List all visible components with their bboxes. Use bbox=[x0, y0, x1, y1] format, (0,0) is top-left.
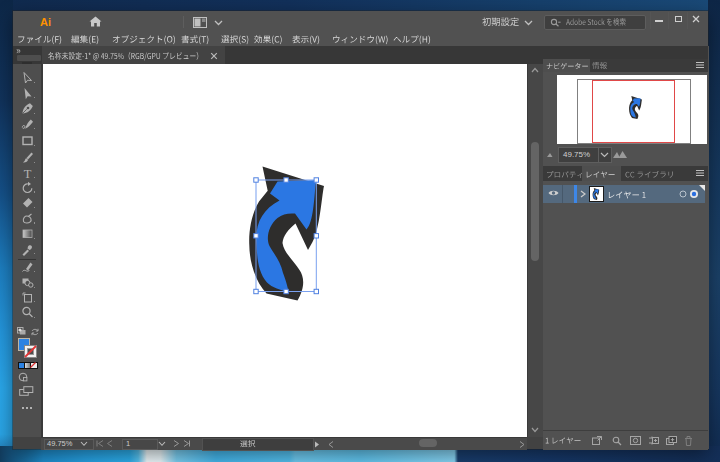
svg-text:T: T bbox=[23, 166, 31, 179]
